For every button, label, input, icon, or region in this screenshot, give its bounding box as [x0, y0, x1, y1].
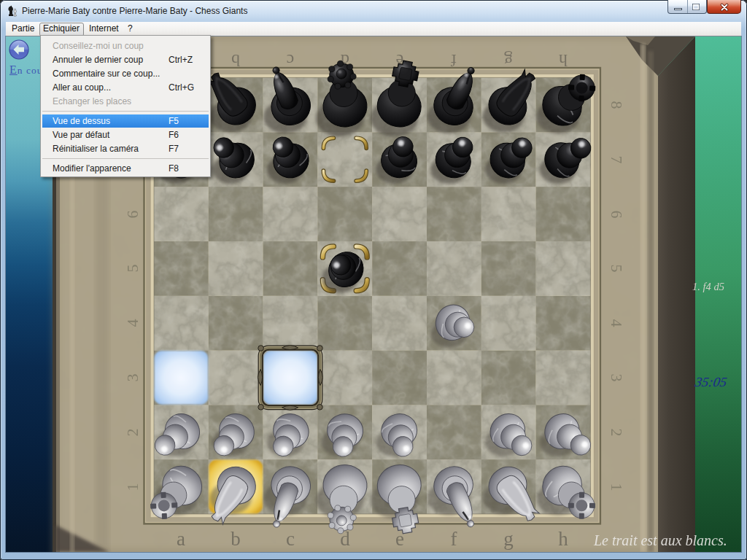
svg-text:6: 6	[608, 211, 626, 219]
svg-text:f: f	[451, 51, 457, 70]
svg-text:6: 6	[123, 211, 142, 219]
svg-text:c: c	[286, 528, 295, 550]
svg-text:3: 3	[608, 374, 626, 382]
svg-text:3: 3	[123, 374, 142, 382]
svg-text:2: 2	[608, 429, 626, 437]
svg-text:5: 5	[123, 265, 142, 273]
svg-text:1. f4 d5: 1. f4 d5	[692, 281, 724, 292]
svg-text:1: 1	[608, 483, 626, 491]
svg-text:h: h	[559, 51, 568, 70]
svg-text:a: a	[177, 528, 185, 550]
svg-text:7: 7	[608, 156, 626, 164]
svg-text:b: b	[231, 51, 240, 70]
svg-text:2: 2	[123, 429, 142, 437]
svg-text:g: g	[503, 528, 514, 550]
svg-text:c: c	[287, 51, 295, 70]
svg-text:4: 4	[608, 319, 626, 327]
svg-text:35:05: 35:05	[693, 374, 728, 389]
svg-text:5: 5	[608, 265, 626, 273]
svg-text:1: 1	[123, 483, 142, 491]
svg-text:4: 4	[123, 319, 142, 327]
svg-text:8: 8	[608, 101, 626, 109]
svg-text:Le trait est aux blancs.: Le trait est aux blancs.	[593, 532, 727, 548]
svg-text:b: b	[231, 528, 241, 550]
svg-text:f: f	[451, 528, 457, 550]
svg-text:h: h	[558, 528, 568, 550]
svg-text:g: g	[504, 51, 513, 70]
